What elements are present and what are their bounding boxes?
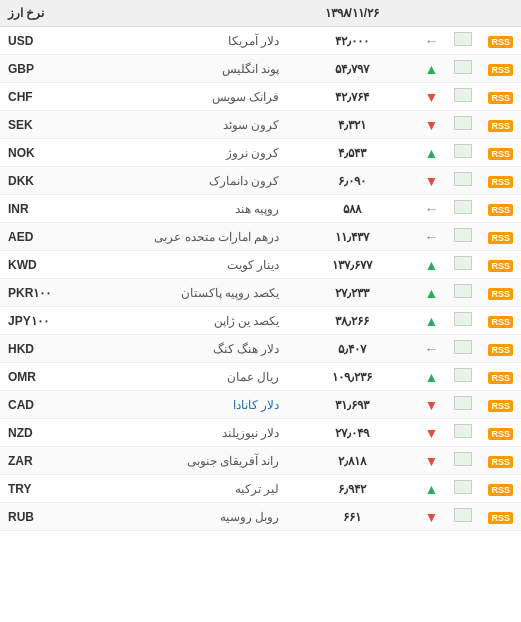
name-cell: پوند انگلیس	[59, 55, 287, 83]
name-cell: لیر ترکیه	[59, 475, 287, 503]
trend-icon: ▼	[425, 117, 439, 133]
price-cell: ۶٫۰۹۰	[287, 167, 416, 195]
chart-icon[interactable]	[454, 228, 472, 242]
chart-icon[interactable]	[454, 284, 472, 298]
chart-icon[interactable]	[454, 312, 472, 326]
chart-icon[interactable]	[454, 172, 472, 186]
rss-icon[interactable]: RSS	[488, 400, 513, 412]
chart-cell	[446, 279, 480, 307]
name-cell: ریال عمان	[59, 363, 287, 391]
col-header-code: نرخ ارز	[0, 0, 59, 27]
trend-cell: ▼	[416, 111, 446, 139]
rss-icon[interactable]: RSS	[488, 260, 513, 272]
chart-icon[interactable]	[454, 88, 472, 102]
name-cell: کرون نروژ	[59, 139, 287, 167]
chart-icon[interactable]	[454, 424, 472, 438]
name-cell: درهم امارات متحده عربی	[59, 223, 287, 251]
rss-icon[interactable]: RSS	[488, 428, 513, 440]
rss-icon[interactable]: RSS	[488, 344, 513, 356]
table-row: RSS ← ۵۸۸ روپیه هند INR	[0, 195, 521, 223]
rss-icon[interactable]: RSS	[488, 36, 513, 48]
rss-cell: RSS	[480, 167, 521, 195]
chart-icon[interactable]	[454, 60, 472, 74]
chart-icon[interactable]	[454, 480, 472, 494]
chart-icon[interactable]	[454, 396, 472, 410]
rss-cell: RSS	[480, 363, 521, 391]
chart-cell	[446, 447, 480, 475]
rss-cell: RSS	[480, 27, 521, 55]
rss-icon[interactable]: RSS	[488, 176, 513, 188]
rss-icon[interactable]: RSS	[488, 64, 513, 76]
chart-cell	[446, 111, 480, 139]
trend-cell: ▲	[416, 475, 446, 503]
name-cell: دلار آمریکا	[59, 27, 287, 55]
col-header-price: ۱۳۹۸/۱۱/۲۶	[287, 0, 416, 27]
price-cell: ۴۲٫۷۶۴	[287, 83, 416, 111]
table-row: RSS ▲ ۱۳۷٫۶۷۷ دینار کویت KWD	[0, 251, 521, 279]
chart-icon[interactable]	[454, 256, 472, 270]
rss-icon[interactable]: RSS	[488, 204, 513, 216]
col-header-name	[59, 0, 287, 27]
trend-cell: ▲	[416, 363, 446, 391]
chart-icon[interactable]	[454, 200, 472, 214]
chart-cell	[446, 55, 480, 83]
table-row: RSS ▼ ۶٫۰۹۰ کرون دانمارک DKK	[0, 167, 521, 195]
code-cell: JPY۱۰۰	[0, 307, 59, 335]
code-cell: NOK	[0, 139, 59, 167]
chart-icon[interactable]	[454, 368, 472, 382]
chart-icon[interactable]	[454, 340, 472, 354]
price-cell: ۱۱٫۴۳۷	[287, 223, 416, 251]
code-cell: ZAR	[0, 447, 59, 475]
code-cell: PKR۱۰۰	[0, 279, 59, 307]
trend-icon: ▼	[425, 89, 439, 105]
currency-name: روبل روسیه	[220, 510, 279, 524]
rss-cell: RSS	[480, 503, 521, 531]
rss-icon[interactable]: RSS	[488, 120, 513, 132]
chart-cell	[446, 391, 480, 419]
trend-icon: ▲	[425, 369, 439, 385]
chart-icon[interactable]	[454, 452, 472, 466]
trend-icon: ←	[424, 33, 438, 49]
chart-icon[interactable]	[454, 116, 472, 130]
chart-icon[interactable]	[454, 144, 472, 158]
rss-icon[interactable]: RSS	[488, 148, 513, 160]
name-cell: روپیه هند	[59, 195, 287, 223]
rss-cell: RSS	[480, 55, 521, 83]
trend-cell: ▲	[416, 251, 446, 279]
rss-icon[interactable]: RSS	[488, 92, 513, 104]
rss-icon[interactable]: RSS	[488, 232, 513, 244]
name-cell: کرون سوئد	[59, 111, 287, 139]
rss-cell: RSS	[480, 111, 521, 139]
rss-icon[interactable]: RSS	[488, 288, 513, 300]
trend-cell: ▲	[416, 307, 446, 335]
chart-icon[interactable]	[454, 508, 472, 522]
price-cell: ۵٫۴۰۷	[287, 335, 416, 363]
currency-name-link[interactable]: دلار کانادا	[233, 398, 279, 412]
chart-icon[interactable]	[454, 32, 472, 46]
trend-icon: ▲	[425, 145, 439, 161]
rss-icon[interactable]: RSS	[488, 512, 513, 524]
price-cell: ۴٫۳۲۱	[287, 111, 416, 139]
currency-name: دینار کویت	[227, 258, 279, 272]
price-cell: ۱۳۷٫۶۷۷	[287, 251, 416, 279]
col-header-rss	[480, 0, 521, 27]
trend-icon: ▲	[425, 313, 439, 329]
rss-icon[interactable]: RSS	[488, 484, 513, 496]
code-cell: NZD	[0, 419, 59, 447]
code-cell: GBP	[0, 55, 59, 83]
name-cell: کرون دانمارک	[59, 167, 287, 195]
table-row: RSS ← ۱۱٫۴۳۷ درهم امارات متحده عربی AED	[0, 223, 521, 251]
currency-name: یکصد ین ژاپن	[214, 314, 280, 328]
table-row: RSS ▲ ۱۰۹٫۲۳۶ ریال عمان OMR	[0, 363, 521, 391]
rss-icon[interactable]: RSS	[488, 456, 513, 468]
rss-icon[interactable]: RSS	[488, 316, 513, 328]
trend-icon: ←	[424, 341, 438, 357]
rss-icon[interactable]: RSS	[488, 372, 513, 384]
chart-cell	[446, 27, 480, 55]
price-cell: ۱۰۹٫۲۳۶	[287, 363, 416, 391]
code-cell: SEK	[0, 111, 59, 139]
trend-icon: ▲	[425, 285, 439, 301]
rss-cell: RSS	[480, 419, 521, 447]
price-cell: ۳۸٫۲۶۶	[287, 307, 416, 335]
chart-cell	[446, 195, 480, 223]
